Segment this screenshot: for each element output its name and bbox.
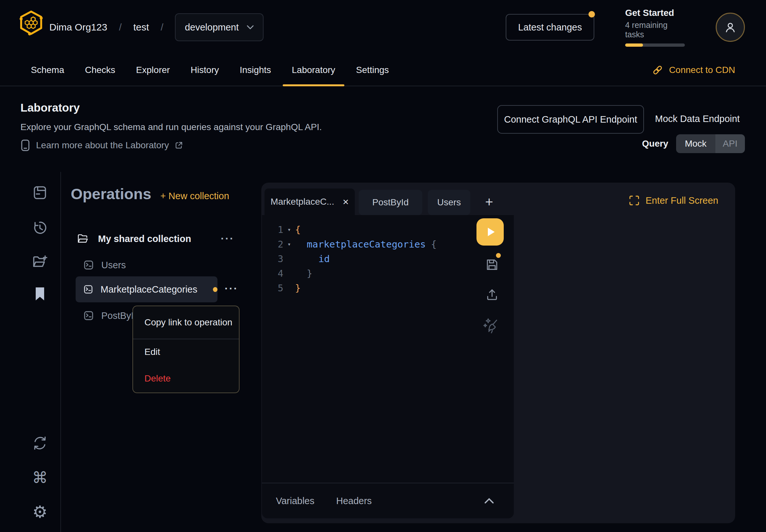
documentation-icon[interactable] — [26, 185, 54, 200]
tab-settings[interactable]: Settings — [356, 54, 389, 86]
run-query-button[interactable] — [477, 218, 504, 246]
fullscreen-icon — [629, 195, 640, 206]
save-button[interactable] — [485, 257, 500, 272]
operation-item-marketplacecategories[interactable]: MarketplaceCategories — [76, 276, 217, 302]
operations-heading: Operations + New collection — [71, 185, 229, 203]
prettify-broom-button[interactable] — [482, 316, 501, 334]
editor-tab-label: Users — [437, 197, 461, 208]
learn-more-link[interactable]: Learn more about the Laboratory — [20, 139, 183, 152]
code-token: id — [318, 253, 330, 264]
external-link-icon — [175, 141, 183, 150]
breadcrumb-org[interactable]: Dima Org123 — [49, 22, 107, 33]
query-mode-row: Query Mock API — [642, 134, 745, 153]
app-header: Dima Org123 / test / development Latest … — [0, 0, 766, 54]
mode-mock-option[interactable]: Mock — [676, 134, 715, 153]
editor-footer: Variables Headers — [262, 483, 514, 518]
unsaved-dot — [213, 287, 217, 292]
mock-data-endpoint-link[interactable]: Mock Data Endpoint — [655, 105, 740, 132]
latest-changes-label: Latest changes — [518, 22, 582, 33]
operation-label: MarketplaceCategories — [101, 284, 197, 295]
connect-graphql-endpoint-button[interactable]: Connect GraphQL API Endpoint — [497, 105, 644, 134]
breadcrumb-graph[interactable]: test — [133, 22, 149, 33]
breadcrumb-separator: / — [161, 22, 163, 33]
line-number: 3 — [262, 253, 283, 264]
enter-fullscreen-link[interactable]: Enter Full Screen — [629, 195, 718, 206]
command-shortcuts-icon[interactable]: ⌘ — [26, 470, 54, 485]
nav-tabs: Schema Checks Explorer History Insights … — [31, 54, 389, 86]
apollo-logo-icon[interactable] — [19, 10, 43, 36]
breadcrumb: Dima Org123 / test / development — [49, 0, 263, 54]
code-area[interactable]: 1 ▾ { 2 ▾ marketplaceCategories { 3 id 4… — [262, 222, 514, 295]
operations-title: Operations — [71, 185, 151, 203]
mode-api-option[interactable]: API — [715, 134, 745, 153]
get-started-subtitle: 4 remaining tasks — [625, 20, 685, 39]
tab-laboratory[interactable]: Laboratory — [292, 54, 335, 86]
editor-tab-marketplacecategories[interactable]: MarketplaceC... × — [264, 188, 355, 215]
editor-tab-users[interactable]: Users — [428, 190, 470, 215]
book-icon — [20, 139, 30, 152]
tab-schema[interactable]: Schema — [31, 54, 64, 86]
query-label: Query — [642, 139, 668, 149]
user-avatar[interactable] — [716, 13, 745, 42]
collection-row[interactable]: My shared collection ··· — [77, 229, 234, 248]
code-line: 5 } — [262, 281, 514, 295]
menu-item-delete[interactable]: Delete — [133, 365, 239, 393]
page-description: Explore your GraphQL schema and run quer… — [20, 122, 322, 132]
variables-tab[interactable]: Variables — [276, 496, 314, 506]
new-collection-button[interactable]: + New collection — [160, 191, 229, 201]
fold-arrow-icon[interactable]: ▾ — [283, 241, 295, 248]
connect-to-cdn-label: Connect to CDN — [669, 65, 735, 75]
editor-tab-label: MarketplaceC... — [271, 197, 334, 207]
operation-editor[interactable]: 1 ▾ { 2 ▾ marketplaceCategories { 3 id 4… — [262, 215, 514, 518]
share-upload-button[interactable] — [485, 287, 500, 302]
operation-menu-button[interactable]: ··· — [225, 285, 238, 292]
headers-tab[interactable]: Headers — [336, 496, 372, 506]
menu-item-copy-link[interactable]: Copy link to operation — [133, 306, 239, 339]
get-started-widget[interactable]: Get Started 4 remaining tasks — [625, 8, 685, 47]
operation-icon — [83, 260, 94, 271]
operation-icon — [83, 284, 93, 295]
operation-label: Users — [101, 260, 126, 271]
new-collection-folder-icon[interactable] — [26, 254, 54, 270]
editor-tab-label: PostById — [372, 197, 409, 208]
code-token: } — [295, 283, 300, 294]
close-tab-icon[interactable]: × — [343, 197, 349, 206]
tab-checks[interactable]: Checks — [85, 54, 115, 86]
code-token: marketplaceCategories — [307, 239, 426, 250]
line-number: 1 — [262, 224, 283, 235]
tab-history[interactable]: History — [190, 54, 219, 86]
get-started-title: Get Started — [625, 8, 685, 18]
line-number: 2 — [262, 239, 283, 250]
query-panel: MarketplaceC... × PostById Users + Enter… — [261, 183, 735, 523]
tab-explorer[interactable]: Explorer — [136, 54, 170, 86]
code-line: 4 } — [262, 266, 514, 281]
latest-changes-button[interactable]: Latest changes — [506, 14, 594, 41]
mock-data-endpoint-label: Mock Data Endpoint — [655, 114, 740, 124]
fold-arrow-icon[interactable]: ▾ — [283, 226, 295, 233]
bookmark-icon[interactable] — [26, 286, 54, 302]
command-glyph: ⌘ — [32, 470, 48, 485]
new-tab-button[interactable]: + — [480, 192, 499, 212]
environment-dropdown[interactable]: development — [175, 13, 263, 41]
collection-menu-button[interactable]: ··· — [221, 236, 234, 242]
sync-icon[interactable] — [26, 435, 54, 451]
history-icon[interactable] — [26, 220, 54, 236]
tab-insights[interactable]: Insights — [239, 54, 271, 86]
operation-item-users[interactable]: Users — [83, 256, 126, 274]
query-mode-toggle: Mock API — [676, 134, 745, 153]
operation-item-postbyid[interactable]: PostById — [83, 307, 139, 324]
code-line: 2 ▾ marketplaceCategories { — [262, 237, 514, 251]
code-line: 3 id — [262, 251, 514, 266]
connect-to-cdn-link[interactable]: Connect to CDN — [652, 54, 735, 86]
operation-icon — [83, 310, 94, 321]
menu-item-edit[interactable]: Edit — [133, 339, 239, 365]
settings-gear-icon[interactable]: ⚙ — [26, 503, 54, 520]
open-folder-icon — [77, 233, 89, 244]
collection-name: My shared collection — [98, 234, 191, 244]
breadcrumb-separator: / — [119, 22, 121, 33]
editor-tab-postbyid[interactable]: PostById — [359, 190, 422, 215]
unsaved-changes-dot — [496, 253, 501, 258]
broom-sparkles-icon — [482, 316, 501, 334]
collapse-chevron-icon[interactable] — [484, 498, 494, 504]
line-number: 5 — [262, 283, 283, 294]
